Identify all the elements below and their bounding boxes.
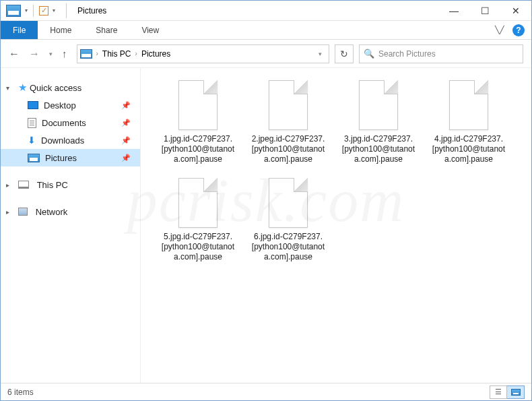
separator [33,5,34,17]
sidebar-item-label: Documents [42,118,86,128]
chevron-right-icon[interactable]: ▸ [6,208,15,216]
sidebar-item-label: Pictures [45,153,77,163]
minimize-button[interactable]: — [438,1,469,21]
tab-view[interactable]: View [129,21,171,39]
breadcrumb-item[interactable]: Pictures [141,49,170,59]
file-name: 3.jpg.id-C279F237.[python100@tutanota.co… [341,134,415,164]
statusbar: 6 items ☰ [1,383,531,400]
file-item[interactable]: 6.jpg.id-C279F237.[python100@tutanota.co… [251,178,325,262]
tab-share[interactable]: Share [84,21,129,39]
network-icon [18,208,28,216]
window-controls: — ☐ ✕ [438,1,531,21]
documents-icon [28,118,36,128]
main: ▾ ★ Quick access Desktop 📌 Documents 📌 ⬇… [1,68,531,383]
sidebar-item-label: Desktop [44,100,76,111]
tree-network[interactable]: ▸ Network [1,203,140,220]
file-icon [359,80,398,130]
expand-ribbon-icon[interactable]: ╲╱ [495,26,504,34]
pin-icon: 📌 [121,154,131,162]
view-switcher: ☰ [490,385,525,399]
forward-button[interactable]: → [29,48,40,60]
downloads-icon: ⬇ [28,135,36,146]
file-icon [269,80,308,130]
tab-home[interactable]: Home [38,21,84,39]
file-grid: 1.jpg.id-C279F237.[python100@tutanota.co… [161,80,525,262]
qat: ▾ ✓ ▾ Pictures [1,3,106,18]
tree-label: Quick access [30,83,81,93]
address-dropdown-icon[interactable]: ▾ [319,51,322,57]
file-name: 4.jpg.id-C279F237.[python100@tutanota.co… [432,134,506,164]
file-item[interactable]: 3.jpg.id-C279F237.[python100@tutanota.co… [341,80,415,164]
chevron-right-icon[interactable]: ▸ [6,181,15,189]
pictures-icon [28,154,40,162]
maximize-button[interactable]: ☐ [469,1,500,21]
desktop-icon [28,101,38,109]
star-icon: ★ [18,82,27,94]
tree-this-pc[interactable]: ▸ This PC [1,176,140,193]
file-item[interactable]: 4.jpg.id-C279F237.[python100@tutanota.co… [432,80,506,164]
tree-label: Network [36,207,68,217]
address-bar[interactable]: › This PC › Pictures ▾ [77,44,330,63]
help-icon[interactable]: ? [512,24,525,36]
search-icon: 🔍 [364,49,374,59]
pin-icon: 📌 [121,136,131,145]
separator [66,3,67,18]
file-name: 1.jpg.id-C279F237.[python100@tutanota.co… [161,134,235,164]
file-tab[interactable]: File [1,21,38,39]
sidebar-item-label: Downloads [41,135,84,146]
window-title: Pictures [77,6,106,16]
file-item[interactable]: 2.jpeg.id-C279F237.[python100@tutanota.c… [251,80,325,164]
file-icon [178,178,218,228]
details-view-button[interactable]: ☰ [490,385,507,399]
ribbon: File Home Share View ╲╱ ? [1,21,531,40]
sidebar-item-desktop[interactable]: Desktop 📌 [1,96,140,114]
pin-icon: 📌 [121,119,131,127]
file-name: 5.jpg.id-C279F237.[python100@tutanota.co… [161,232,235,262]
search-input[interactable] [378,49,519,59]
history-dropdown-icon[interactable]: ▾ [49,51,53,57]
location-icon [80,49,92,59]
status-count: 6 items [7,388,34,397]
search-box[interactable]: 🔍 [359,44,523,63]
file-icon [269,178,308,228]
file-name: 6.jpg.id-C279F237.[python100@tutanota.co… [251,232,325,262]
sidebar-item-downloads[interactable]: ⬇Downloads 📌 [1,131,140,149]
titlebar: ▾ ✓ ▾ Pictures — ☐ ✕ [1,1,531,21]
close-button[interactable]: ✕ [500,1,531,21]
breadcrumb-item[interactable]: This PC [102,49,131,59]
qat-dropdown-icon[interactable]: ▾ [53,7,55,13]
qat-properties-icon[interactable]: ✓ [39,6,48,16]
nav-pane: ▾ ★ Quick access Desktop 📌 Documents 📌 ⬇… [1,68,141,383]
file-item[interactable]: 1.jpg.id-C279F237.[python100@tutanota.co… [161,80,235,164]
file-name: 2.jpeg.id-C279F237.[python100@tutanota.c… [251,134,325,164]
chevron-down-icon[interactable]: ▾ [6,84,15,92]
back-button[interactable]: ← [9,48,20,60]
tree-label: This PC [37,180,68,190]
content-pane[interactable]: 1.jpg.id-C279F237.[python100@tutanota.co… [141,68,531,383]
chevron-right-icon[interactable]: › [95,50,100,57]
pc-icon [18,181,29,189]
up-button[interactable]: ↑ [62,48,67,59]
app-dropdown-icon[interactable]: ▾ [25,7,28,13]
navbar: ← → ▾ ↑ › This PC › Pictures ▾ ↻ 🔍 [1,40,531,68]
refresh-button[interactable]: ↻ [335,44,354,63]
nav-arrows: ← → ▾ ↑ [9,48,71,60]
chevron-right-icon[interactable]: › [134,50,139,57]
file-item[interactable]: 5.jpg.id-C279F237.[python100@tutanota.co… [161,178,235,262]
file-icon [449,80,488,130]
sidebar-item-documents[interactable]: Documents 📌 [1,114,140,131]
icons-view-button[interactable] [507,385,525,399]
file-icon [178,80,218,130]
pin-icon: 📌 [121,101,131,110]
tree-quick-access[interactable]: ▾ ★ Quick access [1,79,140,96]
app-icon [6,5,21,17]
sidebar-item-pictures[interactable]: Pictures 📌 [1,149,140,166]
